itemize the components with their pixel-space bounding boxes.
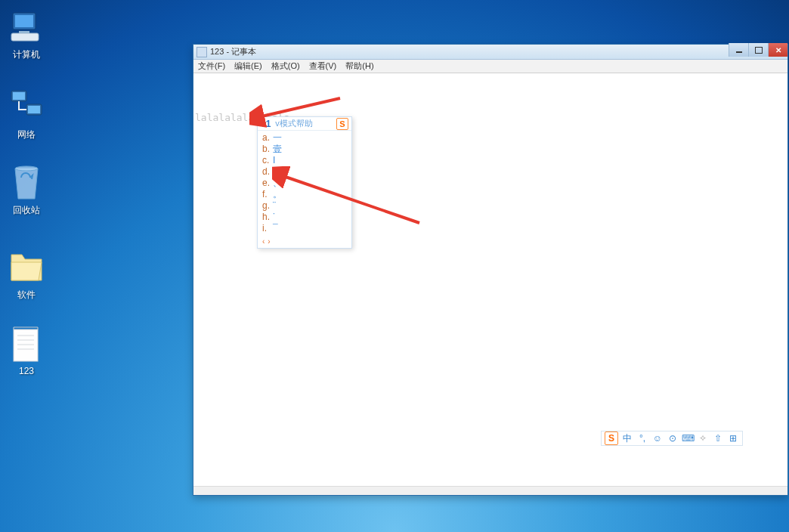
desktop-icon-label: 123: [19, 366, 34, 376]
textfile-icon: [8, 326, 45, 363]
window-title: 123 - 记事本: [210, 46, 256, 57]
svg-rect-9: [14, 329, 38, 361]
ime-punct-toggle[interactable]: °,: [636, 432, 648, 444]
menu-file[interactable]: 文件(F): [193, 60, 230, 72]
ime-candidate[interactable]: a.一: [262, 132, 347, 144]
desktop-icon-label: 网络: [17, 129, 36, 140]
notepad-window: 123 - 记事本 文件(F) 编辑(E) 格式(O) 查看(V) 帮助(H) …: [193, 44, 788, 496]
ime-lang-toggle[interactable]: 中: [621, 432, 633, 444]
ime-candidate[interactable]: b.壹: [262, 144, 347, 155]
recycle-bin-icon: [8, 165, 45, 201]
ime-prev-page[interactable]: ‹: [262, 237, 265, 246]
svg-rect-3: [11, 33, 39, 41]
ime-candidate-window: v1 v模式帮助 S a.一 b.壹 c.I d.. e.、 f.。 g.¨ h…: [257, 116, 352, 249]
ime-candidate[interactable]: e.、: [262, 178, 347, 189]
sogou-logo-icon: S: [336, 118, 348, 130]
ime-toolbar[interactable]: S 中 °, ☺ ⊙ ⌨ ✧ ⇧ ⊞: [601, 431, 743, 446]
ime-voice-button[interactable]: ⊙: [667, 432, 679, 444]
desktop-icon-label: 回收站: [13, 205, 40, 215]
sogou-logo-icon[interactable]: S: [605, 431, 618, 445]
ime-mode-hint[interactable]: v模式帮助: [275, 118, 313, 129]
maximize-button[interactable]: [748, 43, 768, 57]
desktop-icon-network[interactable]: 网络: [0, 89, 53, 141]
ime-candidate-list: a.一 b.壹 c.I d.. e.、 f.。 g.¨ h.˙ i.¯: [258, 131, 351, 237]
notepad-app-icon: [196, 47, 207, 57]
ime-emoji-button[interactable]: ☺: [651, 432, 664, 444]
ime-menu-button[interactable]: ⊞: [727, 432, 739, 444]
menu-view[interactable]: 查看(V): [305, 60, 342, 72]
desktop-icon-label: 计算机: [13, 49, 40, 60]
minimize-button[interactable]: [729, 43, 748, 57]
ime-pager: ‹ ›: [258, 237, 351, 248]
title-bar[interactable]: 123 - 记事本: [193, 45, 787, 60]
svg-rect-7: [28, 106, 40, 113]
ime-input-text: v1: [261, 119, 271, 129]
network-icon: [8, 89, 45, 125]
ime-candidate[interactable]: h.˙: [262, 212, 347, 223]
desktop-icon-label: 软件: [17, 289, 36, 300]
svg-rect-1: [15, 15, 33, 27]
computer-icon: [8, 9, 45, 45]
svg-rect-5: [13, 92, 25, 100]
horizontal-scrollbar[interactable]: [193, 486, 787, 495]
ime-candidate[interactable]: c.I: [262, 155, 347, 166]
close-button[interactable]: [768, 43, 787, 57]
menu-edit[interactable]: 编辑(E): [230, 60, 267, 72]
folder-icon: [8, 249, 45, 286]
desktop-icon-file-123[interactable]: 123: [0, 326, 53, 376]
menu-help[interactable]: 帮助(H): [341, 60, 378, 72]
ime-softkeyboard[interactable]: ⌨: [682, 432, 694, 444]
ime-candidate[interactable]: i.¯: [262, 223, 347, 234]
menu-format[interactable]: 格式(O): [267, 60, 305, 72]
ime-skin-button[interactable]: ✧: [697, 432, 709, 444]
menu-bar: 文件(F) 编辑(E) 格式(O) 查看(V) 帮助(H): [193, 60, 787, 73]
ime-next-page[interactable]: ›: [268, 237, 270, 246]
ime-candidate[interactable]: f.。: [262, 189, 347, 200]
ime-caps-button[interactable]: ⇧: [712, 432, 724, 444]
ime-header: v1 v模式帮助 S: [258, 117, 351, 131]
ime-candidate[interactable]: d..: [262, 166, 347, 178]
svg-point-8: [15, 166, 38, 171]
desktop-icon-software[interactable]: 软件: [0, 249, 53, 302]
desktop-icon-computer[interactable]: 计算机: [0, 9, 53, 61]
ime-candidate[interactable]: g.¨: [262, 200, 347, 212]
desktop-icon-recycle-bin[interactable]: 回收站: [0, 165, 53, 217]
